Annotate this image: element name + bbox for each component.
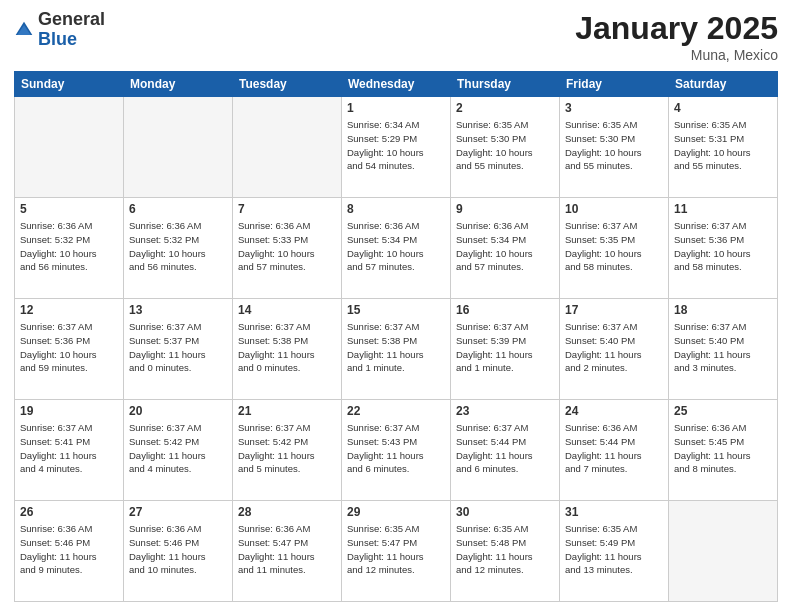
calendar-cell: 2Sunrise: 6:35 AM Sunset: 5:30 PM Daylig… (451, 97, 560, 198)
calendar-cell: 22Sunrise: 6:37 AM Sunset: 5:43 PM Dayli… (342, 400, 451, 501)
calendar-header-sunday: Sunday (15, 72, 124, 97)
calendar-week-1: 5Sunrise: 6:36 AM Sunset: 5:32 PM Daylig… (15, 198, 778, 299)
calendar-cell: 10Sunrise: 6:37 AM Sunset: 5:35 PM Dayli… (560, 198, 669, 299)
day-info: Sunrise: 6:36 AM Sunset: 5:34 PM Dayligh… (456, 219, 554, 274)
day-number: 25 (674, 404, 772, 418)
day-info: Sunrise: 6:35 AM Sunset: 5:30 PM Dayligh… (565, 118, 663, 173)
day-number: 20 (129, 404, 227, 418)
day-number: 24 (565, 404, 663, 418)
day-number: 27 (129, 505, 227, 519)
calendar-header-saturday: Saturday (669, 72, 778, 97)
day-info: Sunrise: 6:37 AM Sunset: 5:38 PM Dayligh… (238, 320, 336, 375)
day-info: Sunrise: 6:35 AM Sunset: 5:47 PM Dayligh… (347, 522, 445, 577)
day-info: Sunrise: 6:37 AM Sunset: 5:36 PM Dayligh… (20, 320, 118, 375)
day-number: 8 (347, 202, 445, 216)
day-info: Sunrise: 6:37 AM Sunset: 5:36 PM Dayligh… (674, 219, 772, 274)
logo-general: General (38, 9, 105, 29)
calendar-cell: 5Sunrise: 6:36 AM Sunset: 5:32 PM Daylig… (15, 198, 124, 299)
day-number: 26 (20, 505, 118, 519)
calendar-cell: 21Sunrise: 6:37 AM Sunset: 5:42 PM Dayli… (233, 400, 342, 501)
day-info: Sunrise: 6:37 AM Sunset: 5:35 PM Dayligh… (565, 219, 663, 274)
calendar-cell: 6Sunrise: 6:36 AM Sunset: 5:32 PM Daylig… (124, 198, 233, 299)
day-number: 5 (20, 202, 118, 216)
day-info: Sunrise: 6:36 AM Sunset: 5:46 PM Dayligh… (20, 522, 118, 577)
day-number: 9 (456, 202, 554, 216)
calendar-cell: 17Sunrise: 6:37 AM Sunset: 5:40 PM Dayli… (560, 299, 669, 400)
calendar-header-monday: Monday (124, 72, 233, 97)
calendar-cell: 31Sunrise: 6:35 AM Sunset: 5:49 PM Dayli… (560, 501, 669, 602)
calendar-cell: 18Sunrise: 6:37 AM Sunset: 5:40 PM Dayli… (669, 299, 778, 400)
day-info: Sunrise: 6:37 AM Sunset: 5:41 PM Dayligh… (20, 421, 118, 476)
calendar-cell: 20Sunrise: 6:37 AM Sunset: 5:42 PM Dayli… (124, 400, 233, 501)
header: General Blue January 2025 Muna, Mexico (14, 10, 778, 63)
logo-text: General Blue (38, 10, 105, 50)
day-info: Sunrise: 6:36 AM Sunset: 5:34 PM Dayligh… (347, 219, 445, 274)
calendar-cell: 15Sunrise: 6:37 AM Sunset: 5:38 PM Dayli… (342, 299, 451, 400)
calendar-cell: 7Sunrise: 6:36 AM Sunset: 5:33 PM Daylig… (233, 198, 342, 299)
day-info: Sunrise: 6:34 AM Sunset: 5:29 PM Dayligh… (347, 118, 445, 173)
day-info: Sunrise: 6:37 AM Sunset: 5:44 PM Dayligh… (456, 421, 554, 476)
day-info: Sunrise: 6:35 AM Sunset: 5:30 PM Dayligh… (456, 118, 554, 173)
day-number: 3 (565, 101, 663, 115)
day-number: 30 (456, 505, 554, 519)
day-number: 7 (238, 202, 336, 216)
day-info: Sunrise: 6:37 AM Sunset: 5:43 PM Dayligh… (347, 421, 445, 476)
logo: General Blue (14, 10, 105, 50)
day-number: 18 (674, 303, 772, 317)
day-number: 10 (565, 202, 663, 216)
day-info: Sunrise: 6:37 AM Sunset: 5:38 PM Dayligh… (347, 320, 445, 375)
calendar-cell: 11Sunrise: 6:37 AM Sunset: 5:36 PM Dayli… (669, 198, 778, 299)
calendar-cell: 8Sunrise: 6:36 AM Sunset: 5:34 PM Daylig… (342, 198, 451, 299)
day-info: Sunrise: 6:36 AM Sunset: 5:33 PM Dayligh… (238, 219, 336, 274)
month-title: January 2025 (575, 10, 778, 47)
day-number: 17 (565, 303, 663, 317)
location: Muna, Mexico (575, 47, 778, 63)
day-number: 28 (238, 505, 336, 519)
day-number: 16 (456, 303, 554, 317)
calendar: SundayMondayTuesdayWednesdayThursdayFrid… (14, 71, 778, 602)
calendar-header-thursday: Thursday (451, 72, 560, 97)
day-info: Sunrise: 6:36 AM Sunset: 5:32 PM Dayligh… (20, 219, 118, 274)
day-info: Sunrise: 6:36 AM Sunset: 5:45 PM Dayligh… (674, 421, 772, 476)
day-info: Sunrise: 6:36 AM Sunset: 5:46 PM Dayligh… (129, 522, 227, 577)
day-info: Sunrise: 6:36 AM Sunset: 5:47 PM Dayligh… (238, 522, 336, 577)
day-number: 23 (456, 404, 554, 418)
calendar-cell: 30Sunrise: 6:35 AM Sunset: 5:48 PM Dayli… (451, 501, 560, 602)
day-number: 12 (20, 303, 118, 317)
day-info: Sunrise: 6:37 AM Sunset: 5:39 PM Dayligh… (456, 320, 554, 375)
logo-blue: Blue (38, 29, 77, 49)
calendar-cell (15, 97, 124, 198)
calendar-week-0: 1Sunrise: 6:34 AM Sunset: 5:29 PM Daylig… (15, 97, 778, 198)
day-info: Sunrise: 6:35 AM Sunset: 5:31 PM Dayligh… (674, 118, 772, 173)
calendar-cell: 26Sunrise: 6:36 AM Sunset: 5:46 PM Dayli… (15, 501, 124, 602)
day-info: Sunrise: 6:37 AM Sunset: 5:37 PM Dayligh… (129, 320, 227, 375)
logo-icon (14, 20, 34, 40)
calendar-week-3: 19Sunrise: 6:37 AM Sunset: 5:41 PM Dayli… (15, 400, 778, 501)
day-number: 14 (238, 303, 336, 317)
calendar-week-2: 12Sunrise: 6:37 AM Sunset: 5:36 PM Dayli… (15, 299, 778, 400)
day-info: Sunrise: 6:37 AM Sunset: 5:42 PM Dayligh… (129, 421, 227, 476)
day-info: Sunrise: 6:37 AM Sunset: 5:40 PM Dayligh… (565, 320, 663, 375)
calendar-cell (124, 97, 233, 198)
calendar-cell: 3Sunrise: 6:35 AM Sunset: 5:30 PM Daylig… (560, 97, 669, 198)
day-info: Sunrise: 6:35 AM Sunset: 5:49 PM Dayligh… (565, 522, 663, 577)
day-number: 11 (674, 202, 772, 216)
day-number: 4 (674, 101, 772, 115)
day-number: 19 (20, 404, 118, 418)
day-number: 21 (238, 404, 336, 418)
calendar-header-row: SundayMondayTuesdayWednesdayThursdayFrid… (15, 72, 778, 97)
calendar-cell: 24Sunrise: 6:36 AM Sunset: 5:44 PM Dayli… (560, 400, 669, 501)
calendar-header-friday: Friday (560, 72, 669, 97)
calendar-cell: 27Sunrise: 6:36 AM Sunset: 5:46 PM Dayli… (124, 501, 233, 602)
day-number: 15 (347, 303, 445, 317)
calendar-cell: 14Sunrise: 6:37 AM Sunset: 5:38 PM Dayli… (233, 299, 342, 400)
calendar-header-tuesday: Tuesday (233, 72, 342, 97)
calendar-cell: 23Sunrise: 6:37 AM Sunset: 5:44 PM Dayli… (451, 400, 560, 501)
calendar-cell: 1Sunrise: 6:34 AM Sunset: 5:29 PM Daylig… (342, 97, 451, 198)
calendar-header-wednesday: Wednesday (342, 72, 451, 97)
page: General Blue January 2025 Muna, Mexico S… (0, 0, 792, 612)
day-number: 6 (129, 202, 227, 216)
day-info: Sunrise: 6:36 AM Sunset: 5:32 PM Dayligh… (129, 219, 227, 274)
day-info: Sunrise: 6:35 AM Sunset: 5:48 PM Dayligh… (456, 522, 554, 577)
calendar-cell: 13Sunrise: 6:37 AM Sunset: 5:37 PM Dayli… (124, 299, 233, 400)
